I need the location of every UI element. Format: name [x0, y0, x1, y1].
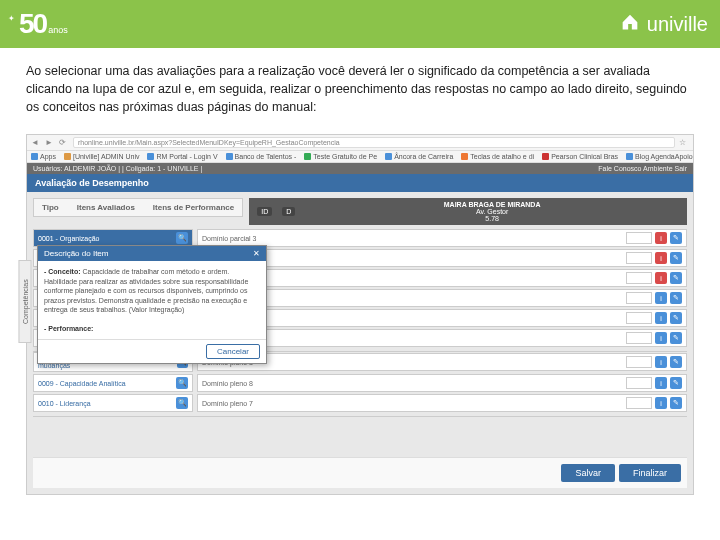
person-name: MAIRA BRAGA DE MIRANDA	[305, 201, 679, 208]
back-icon[interactable]: ◄	[31, 138, 41, 148]
domain-cell: ncia 1i✎	[197, 249, 687, 267]
competencias-tab[interactable]: Competências	[19, 261, 32, 344]
domain-cell: i✎	[197, 329, 687, 347]
note-icon[interactable]: ✎	[670, 356, 682, 368]
info-icon[interactable]: i	[655, 292, 667, 304]
leaf-icon	[619, 13, 641, 35]
evaluation-panel: Competências Tipo Itens Avaliados Itens …	[27, 192, 693, 494]
browser-screenshot: ◄ ► ⟳ rhonline.univille.br/Main.aspx?Sel…	[26, 134, 694, 495]
grade-input[interactable]	[626, 292, 652, 304]
info-icon[interactable]: i	[655, 377, 667, 389]
address-bar[interactable]: rhonline.univille.br/Main.aspx?SelectedM…	[73, 137, 675, 148]
person-header: ID D MAIRA BRAGA DE MIRANDA Av. Gestor5.…	[249, 198, 687, 225]
item-code: 0009 - Capacidade Analítica🔍	[33, 374, 193, 392]
grade-input[interactable]	[626, 332, 652, 344]
grade-input[interactable]	[626, 252, 652, 264]
info-icon[interactable]: i	[655, 356, 667, 368]
magnifier-icon[interactable]: 🔍	[176, 232, 188, 244]
logo-50anos: ✦ 50 anos	[12, 8, 68, 40]
grade-input[interactable]	[626, 312, 652, 324]
univille-logo: univille	[619, 13, 708, 36]
note-icon[interactable]: ✎	[670, 377, 682, 389]
table-row: 0010 - Liderança🔍Domínio pleno 7i✎	[33, 394, 687, 412]
grade-input[interactable]	[626, 377, 652, 389]
note-icon[interactable]: ✎	[670, 252, 682, 264]
save-button[interactable]: Salvar	[561, 464, 615, 482]
finish-button[interactable]: Finalizar	[619, 464, 681, 482]
domain-cell: Domínio pleno 8i✎	[197, 353, 687, 371]
bookmark-item[interactable]: RM Portal - Login V	[147, 153, 217, 160]
bookmark-item[interactable]: Teste Gratuito de Pe	[304, 153, 377, 160]
note-icon[interactable]: ✎	[670, 292, 682, 304]
brand-header: ✦ 50 anos univille	[0, 0, 720, 48]
bookmark-item[interactable]: Banco de Talentos -	[226, 153, 297, 160]
instruction-text: Ao selecionar uma das avaliações para a …	[0, 48, 720, 130]
domain-cell: i✎	[197, 309, 687, 327]
note-icon[interactable]: ✎	[670, 312, 682, 324]
info-icon[interactable]: i	[655, 397, 667, 409]
bookmark-item[interactable]: Blog AgendaApoio A	[626, 153, 693, 160]
grade-input[interactable]	[626, 397, 652, 409]
forward-icon[interactable]: ►	[45, 138, 55, 148]
bookmark-item[interactable]: Teclas de atalho e di	[461, 153, 534, 160]
section-title: Avaliação de Desempenho	[27, 174, 693, 192]
note-icon[interactable]: ✎	[670, 397, 682, 409]
domain-cell: i✎	[197, 289, 687, 307]
star-icon[interactable]: ☆	[679, 138, 689, 148]
topbar-links[interactable]: Fale Conosco Ambiente Sair	[598, 165, 687, 172]
modal-body: - Conceito: Capacidade de trabalhar com …	[38, 261, 266, 339]
note-icon[interactable]: ✎	[670, 332, 682, 344]
info-icon[interactable]: i	[655, 252, 667, 264]
domain-cell: Domínio pleno 8i✎	[197, 374, 687, 392]
bookmark-item[interactable]: Pearson Clinical Bras	[542, 153, 618, 160]
grade-input[interactable]	[626, 356, 652, 368]
info-icon[interactable]: i	[655, 312, 667, 324]
browser-toolbar: ◄ ► ⟳ rhonline.univille.br/Main.aspx?Sel…	[27, 135, 693, 151]
modal-header: Descrição do Item ✕	[38, 246, 266, 261]
id-badge: D	[282, 207, 295, 216]
bookmark-item[interactable]: [Univille] ADMIN Univ	[64, 153, 140, 160]
note-icon[interactable]: ✎	[670, 272, 682, 284]
grade-input[interactable]	[626, 272, 652, 284]
bottom-actions: Salvar Finalizar	[33, 457, 687, 488]
bookmark-item[interactable]: Âncora de Carreira	[385, 153, 453, 160]
close-icon[interactable]: ✕	[253, 249, 260, 258]
info-icon[interactable]: i	[655, 272, 667, 284]
bookmark-item[interactable]: Apps	[31, 153, 56, 160]
user-info: Usuários: ALDEMIR JOÃO | | Coligada: 1 -…	[33, 165, 202, 172]
column-headers: Tipo Itens Avaliados Itens de Performanc…	[33, 198, 243, 217]
info-icon[interactable]: i	[655, 332, 667, 344]
table-row: 0009 - Capacidade Analítica🔍Domínio plen…	[33, 374, 687, 392]
reload-icon[interactable]: ⟳	[59, 138, 69, 148]
item-description-modal: Descrição do Item ✕ - Conceito: Capacida…	[37, 245, 267, 364]
note-icon[interactable]: ✎	[670, 232, 682, 244]
grade-input[interactable]	[626, 232, 652, 244]
cancel-button[interactable]: Cancelar	[206, 344, 260, 359]
magnifier-icon[interactable]: 🔍	[176, 397, 188, 409]
domain-cell: Domínio pleno 7i✎	[197, 394, 687, 412]
domain-cell: Domínio parcial 3i✎	[197, 229, 687, 247]
evaluation-rows: Descrição do Item ✕ - Conceito: Capacida…	[33, 229, 687, 412]
item-code: 0010 - Liderança🔍	[33, 394, 193, 412]
id-badge: ID	[257, 207, 272, 216]
app-topbar: Usuários: ALDEMIR JOÃO | | Coligada: 1 -…	[27, 163, 693, 174]
info-icon[interactable]: i	[655, 232, 667, 244]
domain-cell: erado 2i✎	[197, 269, 687, 287]
bookmarks-bar: Apps [Univille] ADMIN Univ RM Portal - L…	[27, 151, 693, 163]
magnifier-icon[interactable]: 🔍	[176, 377, 188, 389]
